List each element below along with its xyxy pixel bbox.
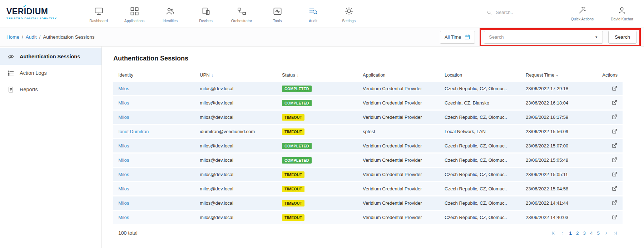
pagination-next-button[interactable] <box>604 231 609 235</box>
col-status[interactable]: Status↕ <box>282 72 363 78</box>
quick-actions-icon <box>578 6 586 15</box>
open-session-icon[interactable] <box>611 85 618 92</box>
page-2[interactable]: 2 <box>576 230 579 236</box>
status-cell: COMPLETED <box>282 100 363 106</box>
sort-toggle-icon: ↕ <box>211 73 213 77</box>
breadcrumb-separator: / <box>39 34 41 40</box>
col-identity: Identity <box>118 72 200 78</box>
location-cell: Czech Republic, CZ, Olomuc.. <box>445 86 526 91</box>
identity-cell: Ionut Dumitran <box>118 129 200 134</box>
open-session-icon[interactable] <box>611 200 618 207</box>
page-5[interactable]: 5 <box>597 230 600 236</box>
search-dropdown-value: Search <box>489 34 504 40</box>
open-session-icon[interactable] <box>611 185 618 193</box>
search-type-dropdown[interactable]: Search ▼ <box>484 31 603 44</box>
main-content: Authentication Sessions IdentityUPN↕Stat… <box>102 47 644 248</box>
user-menu[interactable]: David Kuchar <box>611 6 633 22</box>
nav-item-applications[interactable]: Applications <box>117 5 152 23</box>
status-badge: COMPLETED <box>282 86 312 92</box>
sidebar-item-action-logs[interactable]: Action Logs <box>0 65 101 81</box>
application-cell: Veridium Credential Provider <box>363 100 445 106</box>
identity-link[interactable]: Milos <box>118 86 129 91</box>
open-session-icon[interactable] <box>611 171 618 178</box>
status-badge: COMPLETED <box>282 100 312 106</box>
upn-cell: milos@dev.local <box>200 143 282 149</box>
identity-link[interactable]: Milos <box>118 143 129 149</box>
nav-item-dashboard[interactable]: Dashboard <box>81 5 117 23</box>
open-session-icon[interactable] <box>611 142 618 150</box>
open-session-icon[interactable] <box>611 157 618 164</box>
open-session-icon[interactable] <box>611 128 618 135</box>
search-icon <box>486 10 492 15</box>
column-label: Application <box>363 72 386 78</box>
global-search[interactable] <box>486 8 554 18</box>
identity-link[interactable]: Milos <box>118 200 129 206</box>
page-body: Authentication SessionsAction LogsReport… <box>0 47 644 248</box>
identity-link[interactable]: Milos <box>118 186 129 191</box>
column-label: Request Time <box>526 72 554 78</box>
request-time-cell: 23/06/2022 15:05:48 <box>526 157 599 163</box>
identity-link[interactable]: Milos <box>118 115 129 120</box>
main-nav: DashboardApplicationsIdentitiesDevicesOr… <box>81 5 367 23</box>
quick-actions-button[interactable]: Quick Actions <box>571 6 594 22</box>
actions-cell <box>599 157 618 164</box>
page-3[interactable]: 3 <box>583 230 586 236</box>
nav-item-label: Dashboard <box>89 19 108 23</box>
breadcrumb-link-audit[interactable]: Audit <box>26 34 37 40</box>
time-range-button[interactable]: All Time <box>440 31 475 44</box>
nav-item-orchestrator[interactable]: Orchestrator <box>224 5 259 23</box>
location-cell: Local Network, LAN <box>445 129 526 134</box>
status-badge: COMPLETED <box>282 157 312 164</box>
identity-link[interactable]: Milos <box>118 215 129 220</box>
request-time-cell: 23/06/2022 15:05:11 <box>526 172 599 177</box>
open-session-icon[interactable] <box>611 99 618 107</box>
search-button[interactable]: Search <box>608 31 636 44</box>
request-time-cell: 23/06/2022 16:17:59 <box>526 115 599 120</box>
veridium-logo[interactable]: VERIDIUM TRUSTED DIGITAL IDENTITY <box>6 8 64 20</box>
identity-link[interactable]: Milos <box>118 172 129 177</box>
open-session-icon[interactable] <box>611 114 618 121</box>
nav-item-tools[interactable]: Tools <box>259 5 295 23</box>
sidebar-item-authentication-sessions[interactable]: Authentication Sessions <box>0 48 101 65</box>
page-4[interactable]: 4 <box>590 230 593 236</box>
top-navigation: VERIDIUM TRUSTED DIGITAL IDENTITY Dashbo… <box>0 0 644 28</box>
pagination-prev-button[interactable] <box>560 231 565 235</box>
actions-cell <box>599 99 618 107</box>
nav-item-identities[interactable]: Identities <box>152 5 188 23</box>
col-actions: Actions <box>599 72 618 78</box>
quick-actions-label: Quick Actions <box>571 17 594 21</box>
col-upn[interactable]: UPN↕ <box>200 72 282 78</box>
nav-item-settings[interactable]: Settings <box>331 5 367 23</box>
identity-link[interactable]: Milos <box>118 100 129 106</box>
global-search-input[interactable] <box>496 10 549 15</box>
pagination-last-button[interactable] <box>613 231 618 235</box>
request-time-cell: 23/06/2022 15:07:00 <box>526 143 599 149</box>
nav-item-label: Tools <box>273 19 282 23</box>
breadcrumb-link-home[interactable]: Home <box>6 34 19 40</box>
page-1[interactable]: 1 <box>569 230 572 236</box>
nav-item-audit[interactable]: Audit <box>295 5 331 23</box>
chevron-down-icon: ▼ <box>595 35 598 39</box>
actions-cell <box>599 200 618 207</box>
filter-controls: All Time Search ▼ Search <box>440 28 641 46</box>
identity-link[interactable]: Ionut Dumitran <box>118 129 149 134</box>
nav-item-devices[interactable]: Devices <box>188 5 224 23</box>
page-title: Authentication Sessions <box>113 55 623 62</box>
open-session-icon[interactable] <box>611 214 618 221</box>
status-cell: TIMEOUT <box>282 171 363 178</box>
sidebar-item-reports[interactable]: Reports <box>0 81 101 98</box>
pagination-first-button[interactable] <box>551 231 556 235</box>
identity-link[interactable]: Milos <box>118 157 129 163</box>
application-cell: Veridium Credential Provider <box>363 115 445 120</box>
table-row: Milosmilos@dev.localCOMPLETEDVeridium Cr… <box>113 154 623 167</box>
upn-cell: milos@dev.local <box>200 200 282 206</box>
status-cell: COMPLETED <box>282 86 363 92</box>
orchestrator-icon <box>237 6 247 16</box>
request-time-cell: 23/06/2022 15:04:58 <box>526 186 599 191</box>
identity-cell: Milos <box>118 143 200 149</box>
status-badge: TIMEOUT <box>282 128 304 135</box>
filter-bar: Home/Audit/Authentication Sessions All T… <box>0 28 644 47</box>
col-request-time[interactable]: Request Time▾ <box>526 72 599 78</box>
nav-item-label: Identities <box>163 19 178 23</box>
table-header: IdentityUPN↕Status↕ApplicationLocationRe… <box>113 69 623 82</box>
